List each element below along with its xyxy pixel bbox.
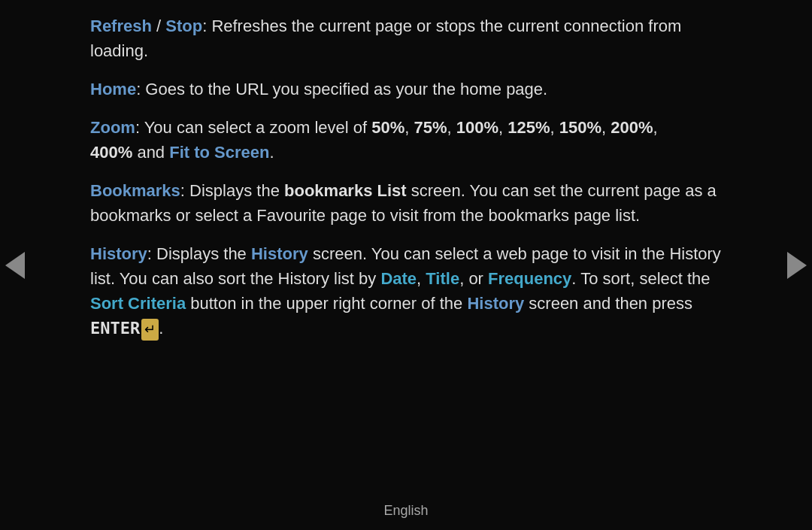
stop-label: Stop — [165, 17, 202, 35]
history-label2: History — [251, 244, 308, 263]
zoom-end: . — [269, 143, 274, 162]
bookmarks-label: Bookmarks — [90, 181, 180, 200]
zoom-200: 200% — [611, 118, 653, 137]
history-label: History — [90, 244, 147, 263]
history-text4: button in the upper right corner of the — [186, 294, 467, 313]
zoom-75: 75% — [414, 118, 447, 137]
footer: English — [0, 501, 812, 521]
enter-label: ENTER — [90, 319, 140, 338]
enter-icon: ↵ — [141, 319, 159, 341]
zoom-125: 125% — [508, 118, 550, 137]
sort-criteria-label: Sort Criteria — [90, 294, 186, 313]
nav-arrow-right[interactable] — [782, 243, 812, 288]
main-content: Refresh / Stop: Refreshes the current pa… — [30, 0, 782, 399]
separator: / — [152, 17, 165, 35]
zoom-label: Zoom — [90, 118, 135, 137]
history-label3: History — [467, 294, 524, 313]
zoom-text-before: : You can select a zoom level of — [135, 118, 371, 137]
paragraph-home: Home: Goes to the URL you specified as y… — [90, 77, 722, 101]
refresh-label: Refresh — [90, 17, 152, 35]
frequency-label: Frequency — [488, 269, 571, 288]
title-label: Title — [426, 269, 459, 288]
nav-arrow-left[interactable] — [0, 243, 30, 288]
zoom-100: 100% — [456, 118, 498, 137]
fit-label: Fit to Screen — [169, 143, 269, 162]
right-arrow-shape — [787, 252, 807, 279]
home-label: Home — [90, 80, 136, 98]
paragraph-refresh: Refresh / Stop: Refreshes the current pa… — [90, 14, 722, 63]
history-comma1: , — [417, 269, 426, 288]
history-text5: screen and then press — [524, 294, 692, 313]
date-label: Date — [380, 269, 417, 288]
zoom-and: and — [132, 143, 169, 162]
zoom-150: 150% — [559, 118, 601, 137]
bookmarks-text-before: : Displays the — [180, 181, 284, 200]
paragraph-zoom: Zoom: You can select a zoom level of 50%… — [90, 115, 722, 165]
paragraph-history: History: Displays the History screen. Yo… — [90, 241, 722, 341]
history-text3: . To sort, select the — [571, 269, 710, 288]
history-end: . — [159, 319, 163, 338]
zoom-50: 50% — [371, 118, 404, 137]
history-or: , or — [459, 269, 488, 288]
home-text: : Goes to the URL you specified as your … — [136, 80, 547, 98]
language-label: English — [383, 503, 428, 518]
bookmarks-list-label: bookmarks List — [284, 181, 407, 200]
history-text1: : Displays the — [147, 244, 251, 263]
paragraph-bookmarks: Bookmarks: Displays the bookmarks List s… — [90, 178, 722, 228]
left-arrow-shape — [5, 252, 25, 279]
zoom-400: 400% — [90, 143, 132, 162]
